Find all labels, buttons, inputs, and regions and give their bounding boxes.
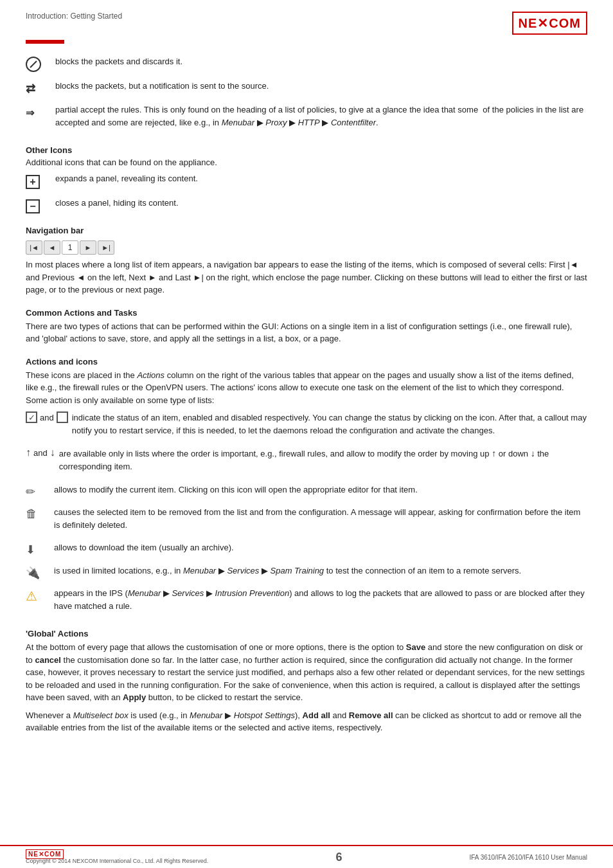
nav-last-button[interactable]: ►| <box>98 240 114 255</box>
and-text-1: and <box>40 413 54 422</box>
and-text-2: and <box>33 448 48 458</box>
icon-row-pencil: ✏ allows to modify the current item. Cli… <box>26 484 587 502</box>
icon-row-partial: ⇒ partial accept the rules. This is only… <box>26 104 587 134</box>
expand-icon-cell: + <box>26 172 49 189</box>
trash-icon: 🗑 <box>26 507 37 521</box>
icon-row-redirect: ⇄ blocks the packets, but a notification… <box>26 80 587 98</box>
other-icons-subtext: Additional icons that can be found on th… <box>26 158 587 167</box>
download-text: allows to download the item (usually an … <box>54 541 234 554</box>
block-icon-text: blocks the packets and discards it. <box>55 55 182 68</box>
footer-logo: NE✕COM <box>26 850 208 858</box>
logo-box: NE✕COM <box>512 12 587 35</box>
close-icon: − <box>26 199 40 213</box>
footer-page-number: 6 <box>335 851 342 864</box>
footer-left: NE✕COM Copyright © 2014 NEXCOM Internati… <box>26 850 208 864</box>
actions-icons-body: These icons are placed in the Actions co… <box>26 369 587 407</box>
test-text: is used in limited locations, e.g., in M… <box>54 565 521 577</box>
icon-row-trash: 🗑 causes the selected item to be removed… <box>26 506 587 536</box>
close-icon-cell: − <box>26 197 49 213</box>
partial-accept-icon: ⇒ <box>26 105 44 120</box>
expand-icon-text: expands a panel, revealing its content. <box>55 172 198 185</box>
navigation-bar-visual: |◄ ◄ 1 ► ►| <box>26 240 587 255</box>
common-actions-body: There are two types of actions that can … <box>26 320 587 345</box>
pencil-icon: ✏ <box>26 485 35 499</box>
svg-text:⇄: ⇄ <box>26 82 35 95</box>
partial-icon-text: partial accept the rules. This is only f… <box>55 104 587 129</box>
icon-row-updown: ↑ and ↓ are available only in lists wher… <box>26 447 587 478</box>
block-icon <box>26 57 41 72</box>
icon-row-close: − closes a panel, hiding its content. <box>26 197 587 215</box>
expand-icon: + <box>26 175 40 189</box>
header-title: Introduction: Getting Started <box>26 12 122 21</box>
actions-icons-heading: Actions and icons <box>26 357 587 366</box>
common-actions-heading: Common Actions and Tasks <box>26 308 587 318</box>
navigation-bar-heading: Navigation bar <box>26 226 587 235</box>
partial-icon-cell: ⇒ <box>26 104 49 120</box>
global-actions-body1: At the bottom of every page that allows … <box>26 641 587 704</box>
test-icon: 🔌 <box>26 566 40 580</box>
block-icon-cell <box>26 55 49 72</box>
other-icons-heading: Other Icons <box>26 145 587 155</box>
global-actions-body2: Whenever a Multiselect box is used (e.g.… <box>26 709 587 734</box>
svg-text:⇒: ⇒ <box>26 107 35 118</box>
nav-prev-button[interactable]: ◄ <box>44 240 60 255</box>
icon-row-download: ⬇ allows to download the item (usually a… <box>26 541 587 559</box>
pencil-text: allows to modify the current item. Click… <box>54 484 418 496</box>
icon-row-block: blocks the packets and discards it. <box>26 55 587 73</box>
arrow-up-inline: ↑ <box>492 448 496 458</box>
enabled-icon <box>26 411 37 423</box>
logo-text: NE✕COM <box>519 15 581 31</box>
close-icon-text: closes a panel, hiding its content. <box>55 197 179 210</box>
icon-row-test: 🔌 is used in limited locations, e.g., in… <box>26 565 587 583</box>
nav-page-number[interactable]: 1 <box>62 240 78 255</box>
arrow-down-icon: ↓ <box>50 447 55 458</box>
warning-text: appears in the IPS (Menubar ▶ Services ▶… <box>54 587 587 612</box>
icon-row-enabled-disabled: and indicate the status of an item, enab… <box>26 411 587 442</box>
footer-manual: IFA 3610/IFA 2610/IFA 1610 User Manual <box>470 854 587 861</box>
nav-next-button[interactable]: ► <box>80 240 96 255</box>
redirect-icon-cell: ⇄ <box>26 80 49 96</box>
arrow-down-inline: ↓ <box>531 448 535 458</box>
footer: NE✕COM Copyright © 2014 NEXCOM Internati… <box>0 845 613 868</box>
icon-row-warning: ⚠ appears in the IPS (Menubar ▶ Services… <box>26 587 587 617</box>
header: Introduction: Getting Started NE✕COM <box>0 0 613 35</box>
trash-text: causes the selected item to be removed f… <box>54 506 587 531</box>
nav-first-button[interactable]: |◄ <box>26 240 42 255</box>
navigation-bar-body: In most places where a long list of item… <box>26 258 587 296</box>
page: Introduction: Getting Started NE✕COM blo… <box>0 0 613 868</box>
redirect-icon-text: blocks the packets, but a notification i… <box>55 80 269 93</box>
download-icon: ⬇ <box>26 543 35 557</box>
enabled-disabled-text: indicate the status of an item, enabled … <box>72 411 587 437</box>
redirect-icon: ⇄ <box>26 81 44 96</box>
content-area: blocks the packets and discards it. ⇄ bl… <box>0 44 613 734</box>
footer-copyright: Copyright © 2014 NEXCOM International Co… <box>26 858 208 864</box>
icon-row-expand: + expands a panel, revealing its content… <box>26 172 587 190</box>
updown-text: are available only in lists where the or… <box>59 447 587 473</box>
warning-icon: ⚠ <box>26 588 37 604</box>
global-actions-heading: 'Global' Actions <box>26 629 587 638</box>
disabled-icon <box>57 411 68 423</box>
arrow-up-icon: ↑ <box>26 447 31 458</box>
